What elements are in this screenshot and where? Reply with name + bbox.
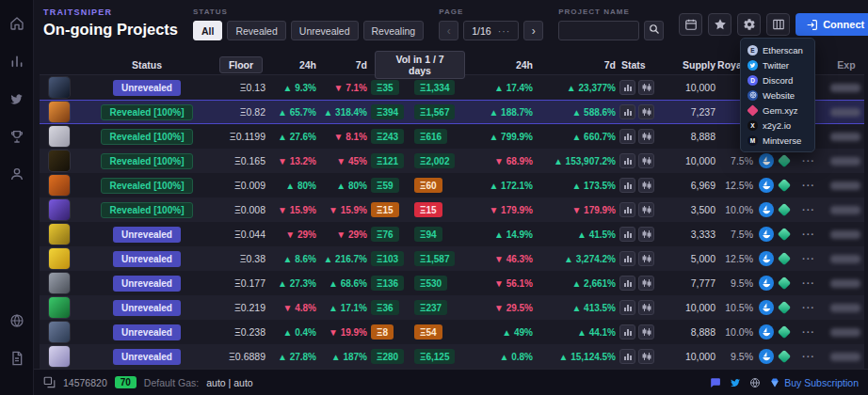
globe-icon[interactable] — [749, 377, 761, 388]
page-menu-dots[interactable]: ··· — [498, 25, 511, 37]
trophy-icon[interactable] — [8, 128, 25, 145]
candle-chart-button[interactable] — [638, 276, 654, 291]
document-icon[interactable] — [8, 350, 25, 367]
gem-marketplace-icon[interactable] — [778, 179, 791, 192]
candle-chart-button[interactable] — [638, 104, 654, 119]
row-more-button[interactable]: ··· — [802, 302, 815, 313]
table-row[interactable]: Revealed [100%]Ξ0.165▼ 13.2%▼ 45%Ξ121Ξ2,… — [40, 149, 864, 173]
chat-icon[interactable] — [709, 376, 721, 388]
status-filter-all[interactable]: All — [193, 21, 222, 40]
dropdown-item-x2y2[interactable]: Xx2y2.io — [741, 118, 814, 133]
row-more-button[interactable]: ··· — [802, 155, 815, 166]
panel-toggle-icon[interactable] — [43, 376, 56, 388]
bar-chart-icon[interactable] — [8, 53, 25, 70]
project-thumbnail[interactable] — [49, 199, 70, 220]
candle-chart-button[interactable] — [638, 202, 654, 217]
bar-chart-button[interactable] — [619, 129, 635, 144]
globe-icon[interactable] — [8, 312, 25, 329]
bar-chart-button[interactable] — [619, 324, 635, 340]
project-thumbnail[interactable] — [49, 273, 70, 293]
dropdown-item-website[interactable]: Website — [741, 87, 814, 103]
buy-subscription-link[interactable]: Buy Subscription — [769, 377, 859, 388]
bar-chart-button[interactable] — [619, 153, 635, 168]
row-more-button[interactable]: ··· — [802, 204, 815, 215]
row-more-button[interactable]: ··· — [802, 229, 815, 240]
page-indicator[interactable]: 1/16 ··· — [463, 21, 519, 40]
dropdown-item-gem[interactable]: Gem.xyz — [741, 103, 814, 118]
bar-chart-button[interactable] — [619, 227, 635, 242]
project-thumbnail[interactable] — [49, 322, 70, 342]
candle-chart-button[interactable] — [638, 178, 654, 193]
bar-chart-button[interactable] — [619, 80, 635, 95]
bar-chart-button[interactable] — [619, 104, 635, 119]
gem-marketplace-icon[interactable] — [778, 154, 791, 167]
bar-chart-button[interactable] — [619, 202, 635, 217]
dropdown-item-mintverse[interactable]: MMintverse — [741, 133, 814, 148]
status-filter-revealing[interactable]: Revealing — [363, 21, 425, 40]
gem-marketplace-icon[interactable] — [778, 325, 791, 339]
twitter-icon[interactable] — [8, 90, 25, 107]
project-thumbnail[interactable] — [49, 224, 70, 245]
twitter-icon[interactable] — [730, 377, 741, 388]
candle-chart-button[interactable] — [638, 80, 654, 95]
opensea-icon[interactable] — [759, 276, 774, 291]
table-row[interactable]: Revealed [100%]Ξ0.009▲ 80%▲ 80%Ξ59Ξ60▲ 1… — [40, 173, 864, 198]
star-button[interactable] — [708, 13, 731, 36]
dropdown-item-twitter[interactable]: Twitter — [741, 57, 814, 72]
columns-button[interactable] — [766, 13, 790, 36]
table-row[interactable]: UnrevealedΞ0.238▲ 0.4%▼ 19.9%Ξ8Ξ54▲ 49%▲… — [40, 320, 864, 344]
table-row[interactable]: UnrevealedΞ0.177▲ 27.3%▲ 68.6%Ξ136Ξ530▼ … — [40, 271, 864, 295]
project-thumbnail[interactable] — [49, 175, 70, 196]
project-thumbnail[interactable] — [49, 346, 70, 367]
gem-marketplace-icon[interactable] — [778, 350, 791, 363]
search-button[interactable] — [644, 21, 664, 40]
row-more-button[interactable]: ··· — [802, 253, 815, 264]
status-filter-unrevealed[interactable]: Unrevealed — [291, 21, 359, 40]
row-more-button[interactable]: ··· — [802, 351, 815, 362]
project-thumbnail[interactable] — [49, 102, 70, 122]
candle-chart-button[interactable] — [638, 300, 654, 315]
project-thumbnail[interactable] — [49, 77, 70, 98]
home-icon[interactable] — [8, 15, 25, 32]
row-more-button[interactable]: ··· — [802, 326, 815, 338]
candle-chart-button[interactable] — [638, 251, 654, 266]
project-thumbnail[interactable] — [49, 126, 70, 147]
gear-button[interactable] — [737, 13, 761, 36]
candle-chart-button[interactable] — [638, 129, 654, 144]
calendar-button[interactable] — [679, 13, 702, 36]
gem-marketplace-icon[interactable] — [778, 203, 791, 216]
gem-marketplace-icon[interactable] — [778, 276, 791, 290]
table-row[interactable]: UnrevealedΞ0.38▲ 8.6%▲ 216.7%Ξ103Ξ1,587▼… — [40, 246, 864, 271]
prev-page-button[interactable]: ‹ — [439, 21, 458, 40]
connect-button[interactable]: Connect — [796, 13, 868, 36]
candle-chart-button[interactable] — [638, 349, 654, 364]
row-more-button[interactable]: ··· — [802, 180, 815, 191]
opensea-icon[interactable] — [759, 153, 774, 168]
project-thumbnail[interactable] — [49, 150, 70, 171]
project-thumbnail[interactable] — [49, 248, 70, 269]
candle-chart-button[interactable] — [638, 324, 654, 340]
table-row[interactable]: UnrevealedΞ0.219▼ 4.8%▲ 17.1%Ξ36Ξ237▼ 29… — [40, 295, 864, 320]
gem-marketplace-icon[interactable] — [778, 228, 791, 241]
opensea-icon[interactable] — [759, 251, 774, 266]
opensea-icon[interactable] — [759, 178, 774, 193]
bar-chart-button[interactable] — [619, 300, 635, 315]
bar-chart-button[interactable] — [619, 349, 635, 364]
opensea-icon[interactable] — [759, 324, 774, 340]
dropdown-item-discord[interactable]: DDiscord — [741, 72, 814, 87]
row-more-button[interactable]: ··· — [802, 277, 815, 289]
table-row[interactable]: Revealed [100%]Ξ0.008▼ 15.9%▼ 15.9%Ξ15Ξ1… — [40, 198, 864, 222]
table-row[interactable]: UnrevealedΞ0.044▼ 29%▼ 29%Ξ76Ξ94▲ 14.9%▲… — [40, 222, 864, 246]
opensea-icon[interactable] — [759, 227, 774, 242]
status-filter-revealed[interactable]: Revealed — [227, 21, 285, 40]
opensea-icon[interactable] — [759, 349, 774, 364]
col-volume-button[interactable]: Vol in 1 / 7 days — [375, 51, 465, 79]
gem-marketplace-icon[interactable] — [778, 252, 791, 265]
candle-chart-button[interactable] — [638, 153, 654, 168]
table-row[interactable]: UnrevealedΞ0.6889▲ 27.8%▲ 187%Ξ280Ξ6,125… — [40, 344, 864, 369]
bar-chart-button[interactable] — [619, 178, 635, 193]
project-name-input[interactable] — [558, 21, 639, 40]
user-icon[interactable] — [8, 166, 25, 182]
col-floor-button[interactable]: Floor — [219, 56, 263, 73]
opensea-icon[interactable] — [759, 202, 774, 217]
